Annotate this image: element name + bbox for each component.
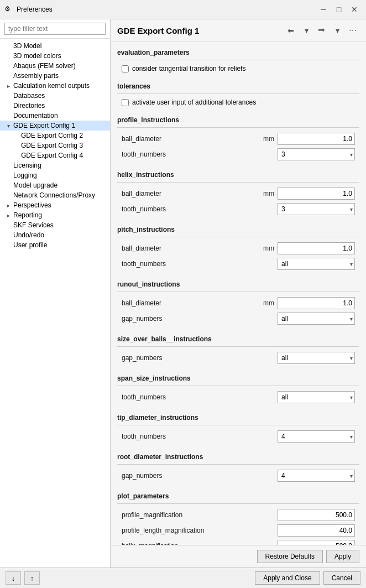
title-bar-buttons: ─ □ ✕ [316, 3, 362, 15]
sidebar-item-user-profile[interactable]: User profile [0, 240, 110, 250]
param-select-root_diameter_instructions-0[interactable]: 345all [278, 470, 355, 482]
sidebar-item-network-connections[interactable]: Network Connections/Proxy [0, 190, 110, 200]
sidebar-item-model-upgrade[interactable]: Model upgrade [0, 180, 110, 190]
select-wrapper: 345all [278, 352, 355, 364]
param-input-helix_instructions-0[interactable] [278, 188, 355, 200]
sidebar-item-3d-model-colors[interactable]: 3D model colors [0, 51, 110, 61]
cancel-button[interactable]: Cancel [323, 571, 360, 585]
select-wrapper: 345all [278, 430, 355, 443]
content-scroll: evaluation_parametersconsider tangential… [111, 42, 366, 545]
sidebar-item-label: Licensing [13, 162, 41, 169]
param-select-span_size_instructions-0[interactable]: 345all [278, 391, 355, 403]
export-icon[interactable]: ↑ [24, 571, 40, 585]
minimize-button[interactable]: ─ [316, 3, 331, 15]
section-span_size_instructions: span_size_instructionstooth_numbers345al… [117, 372, 359, 405]
param-input-plot_parameters-1[interactable] [278, 524, 355, 537]
apply-section-button[interactable]: Apply [326, 550, 359, 563]
param-input-runout_instructions-0[interactable] [278, 297, 355, 309]
sidebar-item-label: Directories [13, 102, 45, 110]
window-title: Preferences [17, 6, 316, 13]
param-row-root_diameter_instructions-0: gap_numbers345all [117, 468, 359, 483]
section-title-pitch_instructions: pitch_instructions [117, 223, 359, 237]
expand-icon: ▸ [4, 201, 12, 209]
close-button[interactable]: ✕ [347, 3, 362, 15]
section-title-profile_instructions: profile_instructions [117, 114, 359, 128]
param-input-profile_instructions-0[interactable] [278, 133, 355, 145]
bottom-bar: ↓ ↑ Apply and Close Cancel [0, 568, 366, 588]
sidebar-item-label: Calculation kernel outputs [13, 82, 90, 90]
param-unit: mm [263, 190, 274, 197]
param-select-tip_diameter_instructions-0[interactable]: 345all [278, 430, 355, 443]
param-label: ball_diameter [122, 135, 263, 143]
param-select-size_over_balls_instructions-0[interactable]: 345all [278, 352, 355, 364]
sidebar-item-3d-model[interactable]: 3D Model [0, 41, 110, 51]
apply-close-button[interactable]: Apply and Close [255, 571, 320, 585]
content-header: GDE Export Config 1 ⬅ ▾ ⮕ ▾ ⋯ [111, 19, 366, 42]
import-icon[interactable]: ↓ [6, 571, 21, 585]
param-input-plot_parameters-2[interactable] [278, 540, 355, 545]
param-row-size_over_balls_instructions-0: gap_numbers345all [117, 350, 359, 366]
sidebar-item-label: SKF Services [13, 221, 54, 229]
sidebar-item-label: Model upgrade [13, 181, 57, 189]
section-tolerances: tolerancesactivate user input of additio… [117, 80, 359, 107]
sidebar-item-label: Network Connections/Proxy [13, 191, 95, 199]
section-title-root_diameter_instructions: root_diameter_instructions [117, 451, 359, 465]
param-select-profile_instructions-1[interactable]: 345all [278, 148, 355, 160]
sidebar-item-documentation[interactable]: Documentation [0, 111, 110, 121]
section-title-evaluation_parameters: evaluation_parameters [117, 46, 359, 60]
checkbox-label-tolerances: activate user input of additional tolera… [132, 98, 256, 106]
section-runout_instructions: runout_instructionsball_diametermmgap_nu… [117, 278, 359, 326]
sidebar-item-abaqus[interactable]: Abaqus (FEM solver) [0, 61, 110, 71]
sidebar-item-assembly-parts[interactable]: Assembly parts [0, 71, 110, 81]
select-wrapper: 345all [278, 148, 355, 160]
sidebar-item-licensing[interactable]: Licensing [0, 160, 110, 170]
content-area: GDE Export Config 1 ⬅ ▾ ⮕ ▾ ⋯ evaluation… [111, 19, 366, 568]
sidebar-item-label: GDE Export Config 1 [13, 122, 75, 129]
sidebar-item-label: Databases [13, 92, 45, 100]
sidebar-item-gde-export-config-3[interactable]: GDE Export Config 3 [0, 141, 110, 150]
checkbox-evaluation_parameters[interactable] [122, 65, 129, 72]
param-input-plot_parameters-0[interactable] [278, 509, 355, 521]
sidebar-item-label: Reporting [13, 211, 42, 219]
param-select-runout_instructions-1[interactable]: 345all [278, 313, 355, 325]
nav-dropdown-button[interactable]: ▾ [300, 24, 313, 37]
param-row-pitch_instructions-0: ball_diametermm [117, 241, 359, 256]
content-title: GDE Export Config 1 [117, 26, 284, 35]
checkbox-tolerances[interactable] [122, 99, 129, 106]
sidebar-item-undo-redo[interactable]: Undo/redo [0, 230, 110, 240]
nav-back-button[interactable]: ⬅ [284, 24, 297, 37]
sidebar-item-label: Perspectives [13, 201, 51, 209]
sidebar-item-logging[interactable]: Logging [0, 170, 110, 180]
section-helix_instructions: helix_instructionsball_diametermmtooth_n… [117, 169, 359, 217]
sidebar-item-perspectives[interactable]: ▸Perspectives [0, 200, 110, 210]
section-evaluation_parameters: evaluation_parametersconsider tangential… [117, 46, 359, 74]
sidebar-item-label: User profile [13, 241, 47, 249]
param-select-pitch_instructions-1[interactable]: 345all [278, 258, 355, 270]
maximize-button[interactable]: □ [332, 3, 346, 15]
section-root_diameter_instructions: root_diameter_instructionsgap_numbers345… [117, 451, 359, 483]
search-input[interactable] [4, 23, 106, 35]
nav-forward-button[interactable]: ⮕ [315, 24, 328, 37]
section-title-helix_instructions: helix_instructions [117, 169, 359, 183]
param-row-runout_instructions-0: ball_diametermm [117, 295, 359, 311]
sidebar-item-directories[interactable]: Directories [0, 101, 110, 111]
param-select-helix_instructions-1[interactable]: 345all [278, 203, 355, 215]
param-input-pitch_instructions-0[interactable] [278, 242, 355, 254]
sidebar-item-label: Logging [13, 171, 37, 179]
sidebar-item-label: GDE Export Config 2 [21, 132, 83, 139]
restore-defaults-button[interactable]: Restore Defaults [257, 550, 323, 563]
sidebar-item-calc-kernel[interactable]: ▸Calculation kernel outputs [0, 81, 110, 91]
param-label: gap_numbers [122, 472, 278, 480]
nav-fwd-dropdown-button[interactable]: ▾ [331, 24, 344, 37]
sidebar-item-gde-export-config-4[interactable]: GDE Export Config 4 [0, 150, 110, 160]
search-box [0, 19, 110, 39]
sidebar-item-skf-services[interactable]: SKF Services [0, 220, 110, 230]
select-wrapper: 345all [278, 391, 355, 403]
sidebar-item-databases[interactable]: Databases [0, 91, 110, 101]
param-label: gap_numbers [122, 315, 278, 322]
more-options-button[interactable]: ⋯ [346, 24, 359, 37]
header-icons: ⬅ ▾ ⮕ ▾ ⋯ [284, 24, 359, 37]
sidebar-item-gde-export-config-2[interactable]: GDE Export Config 2 [0, 131, 110, 141]
sidebar-item-gde-export-config-1[interactable]: ▾GDE Export Config 1 [0, 121, 110, 131]
sidebar-item-reporting[interactable]: ▸Reporting [0, 210, 110, 220]
